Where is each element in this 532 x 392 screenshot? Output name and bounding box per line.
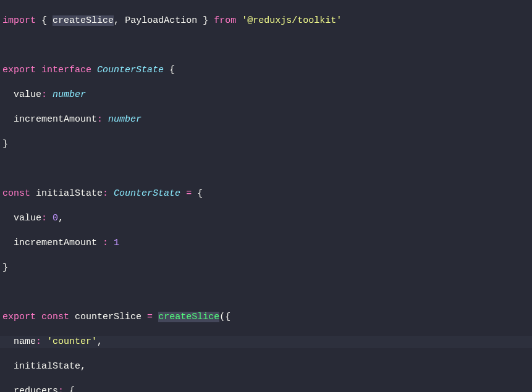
code-line: [0, 163, 532, 175]
keyword-import: import: [2, 15, 36, 26]
code-line: export interface CounterState {: [0, 64, 532, 77]
keyword-from: from: [214, 15, 236, 26]
code-line: initialState,: [0, 361, 532, 373]
code-editor[interactable]: import { createSlice, PayloadAction } fr…: [0, 2, 532, 392]
code-line: [0, 40, 532, 52]
code-line: value: 0,: [0, 212, 532, 225]
string-literal: '@reduxjs/toolkit': [242, 15, 342, 26]
code-line: incrementAmount : 1: [0, 237, 532, 249]
identifier-createSlice: createSlice: [53, 15, 114, 26]
code-line: reducers: {: [0, 385, 532, 392]
function-call-createSlice: createSlice: [158, 312, 219, 322]
code-line: const initialState: CounterState = {: [0, 188, 532, 200]
code-line: }: [0, 262, 532, 274]
code-line: incrementAmount: number: [0, 114, 532, 126]
code-line: value: number: [0, 89, 532, 101]
code-line: import { createSlice, PayloadAction } fr…: [0, 15, 532, 27]
code-line: [0, 286, 532, 299]
code-line: }: [0, 138, 532, 151]
identifier-PayloadAction: PayloadAction: [125, 15, 197, 26]
code-line-highlighted: name: 'counter',: [0, 336, 532, 348]
code-line: export const counterSlice = createSlice(…: [0, 311, 532, 323]
type-CounterState: CounterState: [97, 65, 164, 75]
